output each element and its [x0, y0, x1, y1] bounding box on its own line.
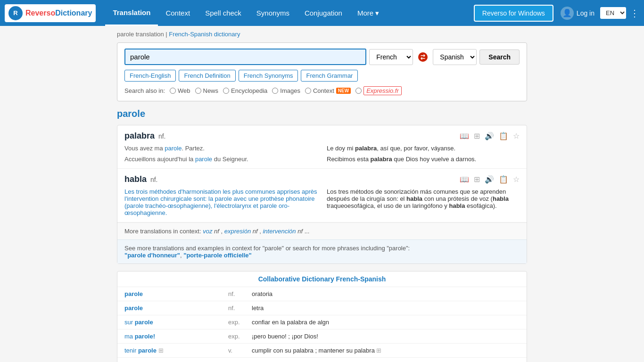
nav-context[interactable]: Context — [158, 0, 198, 26]
search-button[interactable]: Search — [479, 49, 520, 65]
page-title: parole — [117, 108, 527, 119]
collab-term-1[interactable]: parole — [124, 304, 228, 312]
collab-def-2: confiar en la palabra de algn — [252, 319, 501, 326]
login-label: Log in — [577, 9, 594, 17]
context-new-badge: NEW — [336, 88, 351, 94]
copy-icon-2[interactable]: 📋 — [499, 175, 508, 184]
logo[interactable]: R ReversoDictionary — [5, 4, 96, 22]
more-trans-expresion-pos: nf — [253, 228, 258, 235]
collab-term-2[interactable]: sur parole — [124, 319, 228, 326]
star-icon-2[interactable]: ☆ — [513, 175, 520, 184]
entry-word-habla: habla — [124, 174, 147, 184]
more-trans-expresion[interactable]: expresión — [224, 228, 251, 235]
book-icon-2[interactable]: 📖 — [460, 175, 469, 184]
nav-spellcheck[interactable]: Spell check — [198, 0, 249, 26]
examples-habla: Les trois méthodes d'harmonisation les p… — [124, 188, 520, 216]
nav-translation[interactable]: Translation — [105, 0, 158, 26]
speaker-icon-2[interactable]: 🔊 — [485, 175, 494, 184]
speaker-icon[interactable]: 🔊 — [485, 132, 494, 140]
parole-link-3[interactable]: parole — [260, 202, 277, 209]
expressio-logo: Expressio.fr — [363, 86, 402, 95]
also-search-encyclopedia[interactable]: Encyclopedia — [223, 87, 267, 94]
result-card: palabra nf. 📖 ⊞ 🔊 📋 ☆ Vous avez ma parol… — [117, 125, 527, 264]
example-es-habla: Los tres métodos de sonorización más com… — [327, 188, 520, 216]
collab-row-3: ma parole! exp. ¡pero bueno! ; ¡por Dios… — [117, 329, 527, 344]
to-language-select[interactable]: Spanish English French — [433, 49, 477, 65]
see-more-link-1[interactable]: "parole d'honneur" — [124, 252, 180, 259]
quick-link-french-english[interactable]: French-English — [124, 70, 176, 82]
more-options-icon[interactable]: ⋮ — [630, 8, 639, 19]
collaborative-dictionary: Collaborative Dictionary French-Spanish … — [117, 271, 527, 362]
grid-icon[interactable]: ⊞ — [474, 132, 480, 140]
search-box: French English Spanish Spanish English F… — [117, 42, 527, 101]
result-entry-habla: habla nf. 📖 ⊞ 🔊 📋 ☆ Les trois méthodes d… — [117, 169, 527, 222]
also-search-web[interactable]: Web — [170, 87, 190, 94]
collab-row-2: sur parole exp. confiar en la palabra de… — [117, 315, 527, 329]
quick-link-french-definition[interactable]: French Definition — [179, 70, 235, 82]
example-fr-link[interactable]: parole — [165, 145, 182, 152]
quick-link-french-synonyms[interactable]: French Synonyms — [239, 70, 298, 82]
breadcrumb-link[interactable]: French-Spanish dictionary — [169, 31, 240, 38]
collab-row-1: parole nf. letra — [117, 301, 527, 315]
search-input[interactable] — [124, 49, 366, 65]
examples-palabra: Vous avez ma parole. Partez. Le doy mi p… — [124, 145, 520, 163]
main-content: parole translation | French-Spanish dict… — [110, 26, 534, 362]
more-trans-voz[interactable]: voz — [203, 228, 212, 235]
collab-header: Collaborative Dictionary French-Spanish — [117, 272, 527, 287]
also-search-label: Search also in: — [124, 87, 165, 94]
collab-type-3: exp. — [228, 333, 252, 340]
grid-icon-2[interactable]: ⊞ — [474, 175, 480, 184]
breadcrumb-text: parole translation — [117, 31, 164, 38]
language-selector[interactable]: EN FR ES — [600, 7, 626, 19]
entry-word-pos-habla: habla nf. — [124, 174, 157, 184]
quick-links: French-English French Definition French … — [124, 70, 520, 82]
collab-term-0[interactable]: parole — [124, 290, 228, 297]
login-button[interactable]: 👤 Log in — [561, 7, 594, 20]
nav-conjugation[interactable]: Conjugation — [297, 0, 350, 26]
collab-term-4[interactable]: tenir parole ⊞ — [124, 347, 228, 354]
more-trans-voz-pos: nf — [214, 228, 219, 235]
breadcrumb: parole translation | French-Spanish dict… — [117, 31, 527, 38]
collab-header-link[interactable]: Collaborative Dictionary French-Spanish — [258, 275, 386, 283]
collab-row-4: tenir parole ⊞ v. cumplir con su palabra… — [117, 344, 527, 358]
example-es-1: Le doy mi palabra, así que, por favor, v… — [327, 145, 520, 152]
example-fr-link-2[interactable]: parole — [195, 156, 212, 163]
collab-def-0: oratoria — [252, 290, 501, 297]
from-language-select[interactable]: French English Spanish — [369, 49, 413, 65]
collab-term-3[interactable]: ma parole! — [124, 333, 228, 340]
collab-type-4: v. — [228, 347, 252, 354]
more-translations-label: More translations in context: — [124, 228, 201, 235]
example-es-2: Recibimos esta palabra que Dios hoy vuel… — [327, 156, 520, 163]
entry-header-palabra: palabra nf. 📖 ⊞ 🔊 📋 ☆ — [124, 131, 520, 141]
result-entry-palabra: palabra nf. 📖 ⊞ 🔊 📋 ☆ Vous avez ma parol… — [117, 125, 527, 169]
parole-link-2[interactable]: parole — [126, 202, 143, 209]
example-fr-2: Accueillons aujourd'hui la parole du Sei… — [124, 156, 317, 163]
reverso-windows-button[interactable]: Reverso for Windows — [474, 5, 553, 22]
collab-def-4: cumplir con su palabra ; mantener su pal… — [252, 347, 501, 354]
collab-type-2: exp. — [228, 319, 252, 326]
quick-link-french-grammar[interactable]: French Grammar — [301, 70, 358, 82]
more-trans-intervencion[interactable]: intervención — [263, 228, 296, 235]
also-search-expressio[interactable]: Expressio.fr — [355, 86, 402, 95]
also-search-images[interactable]: Images — [272, 87, 300, 94]
copy-icon[interactable]: 📋 — [499, 132, 508, 140]
logo-icon: R — [8, 6, 23, 20]
collab-type-1: nf. — [228, 304, 252, 312]
svg-point-0 — [418, 52, 428, 62]
nav-more[interactable]: More ▾ — [350, 0, 387, 26]
also-search-news[interactable]: News — [195, 87, 219, 94]
also-search: Search also in: Web News Encyclopedia Im… — [124, 86, 520, 95]
see-more-link-2[interactable]: "porte-parole officielle" — [183, 252, 252, 259]
user-icon: 👤 — [561, 7, 574, 20]
collab-def-1: letra — [252, 304, 501, 312]
swap-languages-button[interactable] — [416, 50, 430, 64]
nav-synonyms[interactable]: Synonyms — [249, 0, 297, 26]
also-search-context[interactable]: Context NEW — [305, 87, 351, 94]
entry-header-habla: habla nf. 📖 ⊞ 🔊 📋 ☆ — [124, 174, 520, 184]
book-icon[interactable]: 📖 — [460, 132, 469, 140]
more-translations: More translations in context: voz nf , e… — [117, 222, 527, 239]
see-more-box: See more translations and examples in co… — [117, 239, 527, 263]
search-row: French English Spanish Spanish English F… — [124, 49, 520, 65]
star-icon[interactable]: ☆ — [513, 132, 520, 140]
parole-link-1[interactable]: parole — [215, 195, 232, 202]
